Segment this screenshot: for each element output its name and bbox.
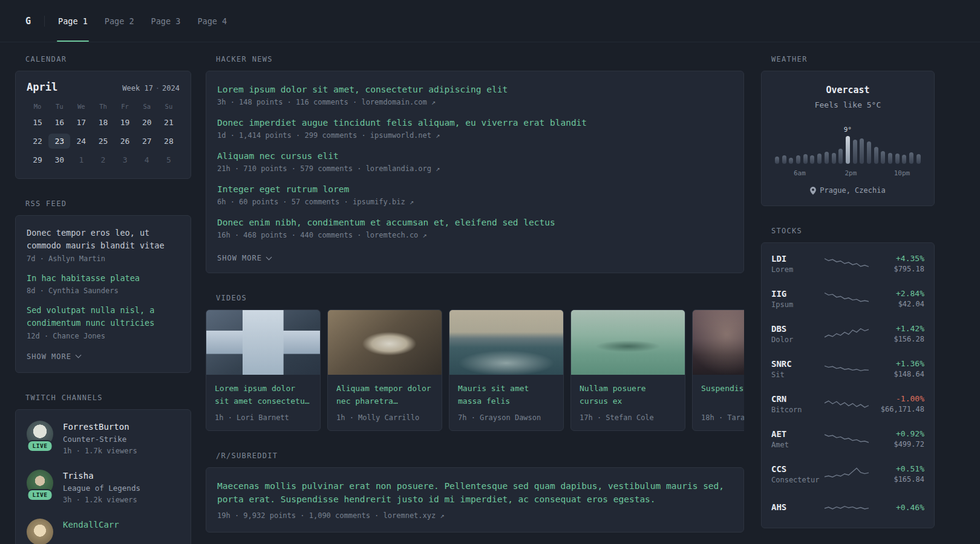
video-card[interactable]: Mauris sit amet massa felis 7h · Grayson…: [449, 309, 564, 431]
stock-change: -1.00%: [869, 394, 924, 403]
stock-id: CCS Consectetur: [771, 464, 825, 484]
rss-item-link[interactable]: Donec tempor eros leo, ut commodo mauris…: [27, 227, 180, 253]
stock-sparkline: [825, 395, 869, 413]
section-title-videos: VIDEOS: [216, 294, 744, 302]
calendar-days-grid: 15 16 17 18 19 20 21 22 23 24 25 26 27 2…: [27, 115, 180, 167]
rss-section: RSS FEED Donec tempor eros leo, ut commo…: [15, 199, 191, 373]
twitch-channel-row[interactable]: LIVE ForrestBurton Counter-Strike 1h · 1…: [27, 421, 180, 455]
stock-symbol: IIG: [771, 289, 825, 299]
weather-bar: [853, 140, 857, 164]
rss-item: Sed volutpat nulla nisl, a condimentum n…: [27, 304, 180, 340]
video-card[interactable]: Aliquam tempor dolor nec pharetra… 1h · …: [327, 309, 442, 431]
live-badge: LIVE: [27, 489, 53, 501]
weekday-label: Fr: [114, 103, 136, 110]
stock-symbol: AET: [771, 429, 825, 439]
stock-name: Ipsum: [771, 300, 825, 309]
section-title-twitch: TWITCH CHANNELS: [25, 393, 191, 402]
hackernews-widget: Lorem ipsum dolor sit amet, consectetur …: [206, 71, 744, 273]
twitch-channel-row[interactable]: KendallCarr: [27, 519, 180, 544]
calendar-day: 22: [27, 134, 48, 149]
stock-row[interactable]: AHS +0.46%: [771, 491, 924, 525]
chevron-down-icon: [266, 254, 272, 260]
calendar-day-next-month: 4: [136, 152, 158, 167]
hn-item-link[interactable]: Aliquam nec cursus elit: [217, 151, 733, 161]
video-thumbnail: [693, 310, 744, 375]
rss-item-meta: 7d · Ashlyn Martin: [27, 254, 180, 263]
hn-item-link[interactable]: Donec imperdiet augue tincidunt felis al…: [217, 118, 733, 128]
tab-page-3[interactable]: Page 3: [143, 0, 189, 42]
video-card[interactable]: Nullam posuere cursus ex 17h · Stefan Co…: [570, 309, 685, 431]
left-column: CALENDAR April Week 17·2024 Mo Tu We Th …: [15, 55, 191, 544]
channel-name: ForrestBurton: [63, 422, 137, 432]
weather-bar: [916, 154, 921, 164]
video-card[interactable]: Lorem ipsum dolor sit amet consectetu… 1…: [206, 309, 321, 431]
tab-page-2[interactable]: Page 2: [96, 0, 143, 42]
stock-row[interactable]: SNRC Sit +1.36% $148.64: [771, 351, 924, 386]
hn-item: Lorem ipsum dolor sit amet, consectetur …: [217, 85, 733, 106]
calendar-day: 21: [158, 115, 180, 130]
section-title-calendar: CALENDAR: [25, 55, 191, 63]
rss-show-more-button[interactable]: SHOW MORE: [27, 352, 80, 361]
hn-item-link[interactable]: Integer eget rutrum lorem: [217, 184, 733, 194]
subreddit-widget: Maecenas mollis pulvinar erat non posuer…: [206, 467, 744, 533]
stock-price: $499.72: [869, 440, 924, 448]
show-more-label: SHOW MORE: [27, 352, 71, 361]
stock-sparkline: [825, 254, 869, 273]
reddit-post-link[interactable]: Maecenas mollis pulvinar erat non posuer…: [217, 480, 733, 507]
weather-bar: [881, 151, 885, 164]
weather-feels-like: Feels like 5°C: [774, 100, 922, 109]
stock-values: +2.84% $42.04: [869, 289, 924, 308]
tab-page-1[interactable]: Page 1: [50, 0, 96, 42]
stock-id: AET Amet: [771, 429, 825, 449]
hn-item-meta: 16h · 468 points · 440 comments · loremt…: [217, 231, 733, 239]
video-card-body: Mauris sit amet massa felis 7h · Grayson…: [449, 375, 563, 430]
video-card-row: Lorem ipsum dolor sit amet consectetu… 1…: [206, 309, 744, 431]
weather-bar: [817, 154, 822, 164]
rss-item-link[interactable]: Sed volutpat nulla nisl, a condimentum n…: [27, 304, 180, 330]
stock-sparkline: [825, 430, 869, 448]
app-logo[interactable]: G: [25, 16, 45, 27]
twitch-channel-row[interactable]: LIVE Trisha League of Legends 3h · 1.2k …: [27, 470, 180, 504]
tab-page-4[interactable]: Page 4: [189, 0, 235, 42]
weather-bar: [902, 155, 906, 164]
stock-row[interactable]: DBS Dolor +1.42% $156.28: [771, 316, 924, 351]
hn-item-meta: 1d · 1,414 points · 299 comments · ipsum…: [217, 131, 733, 140]
channel-viewers: 1h · 1.7k viewers: [63, 447, 137, 455]
stock-change: +0.51%: [869, 464, 924, 473]
weather-bar: [867, 141, 871, 164]
channel-info: Trisha League of Legends 3h · 1.2k viewe…: [63, 470, 140, 504]
stock-values: -1.00% $66,171.48: [869, 394, 924, 413]
calendar-day: 20: [136, 115, 158, 130]
calendar-day-next-month: 3: [114, 152, 136, 167]
stock-row[interactable]: CRN Bitcorn -1.00% $66,171.48: [771, 386, 924, 421]
stock-symbol: SNRC: [771, 359, 825, 369]
hn-item-link[interactable]: Donec enim nibh, condimentum et accumsan…: [217, 218, 733, 227]
video-meta: 18h · Tara: [701, 413, 744, 422]
weather-bars: 9°: [774, 125, 922, 164]
section-title-stocks: STOCKS: [771, 227, 935, 235]
video-card[interactable]: Suspendisse diam 18h · Tara: [692, 309, 744, 431]
stock-row[interactable]: IIG Ipsum +2.84% $42.04: [771, 281, 924, 316]
stock-sparkline: [825, 290, 869, 308]
calendar-day: 15: [27, 115, 48, 130]
stock-price: $156.28: [869, 335, 924, 343]
stock-row[interactable]: CCS Consectetur +0.51% $165.84: [771, 456, 924, 491]
stock-change: +0.46%: [869, 503, 924, 512]
weather-bar: 9°: [846, 136, 850, 164]
weather-bar: [789, 158, 793, 164]
video-title: Mauris sit amet massa felis: [458, 382, 555, 407]
calendar-month: April: [27, 81, 57, 93]
calendar-weekday-row: Mo Tu We Th Fr Sa Su: [27, 103, 180, 110]
stock-values: +0.46%: [869, 503, 924, 514]
page-tabs: Page 1 Page 2 Page 3 Page 4: [50, 0, 235, 42]
stock-name: Sit: [771, 371, 825, 379]
rss-item-link[interactable]: In hac habitasse platea: [27, 272, 180, 285]
calendar-day-next-month: 2: [92, 152, 114, 167]
hn-show-more-button[interactable]: SHOW MORE: [217, 254, 271, 262]
stock-symbol: AHS: [771, 502, 825, 512]
calendar-day: 25: [92, 134, 114, 149]
stock-name: Amet: [771, 441, 825, 449]
stock-row[interactable]: AET Amet +0.92% $499.72: [771, 421, 924, 456]
stock-row[interactable]: LDI Lorem +4.35% $795.18: [771, 246, 924, 281]
hn-item-link[interactable]: Lorem ipsum dolor sit amet, consectetur …: [217, 85, 733, 94]
